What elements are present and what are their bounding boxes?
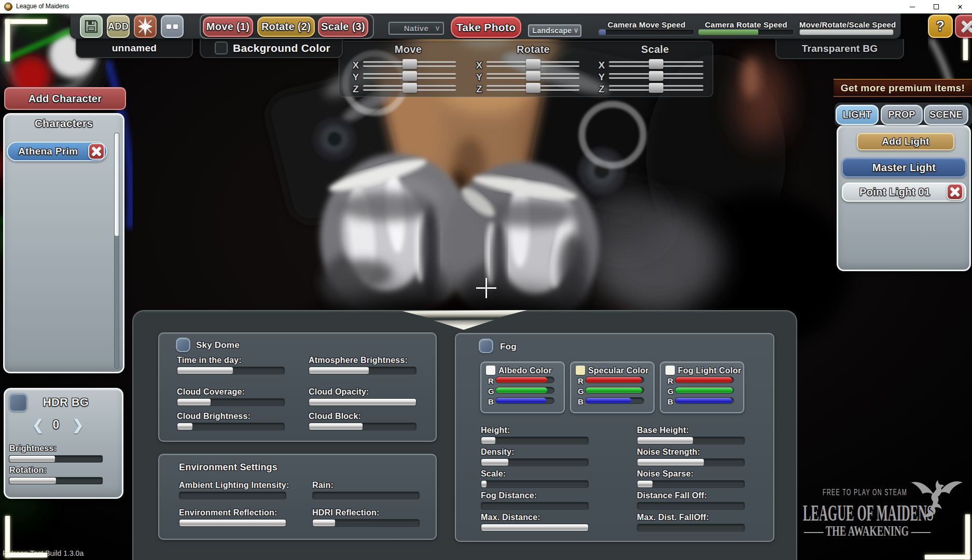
albedo-color-swatch[interactable] [486,366,495,375]
scene-name-field[interactable]: unnamed [76,39,193,58]
layout-button[interactable] [161,15,184,38]
tab-light[interactable]: LIGHT [836,105,879,125]
gizmo-rotate-y-slider[interactable] [487,73,579,79]
slider-handle[interactable] [526,59,540,69]
fog-light-color-box: Fog Light ColorRGB [660,361,744,413]
window-minimize-button[interactable] [900,0,924,13]
tab-prop[interactable]: PROP [881,105,923,125]
albedo-color-b-slider[interactable] [495,397,554,404]
gizmo-move-z-slider[interactable] [363,85,456,91]
gizmo-rotate-x-slider[interactable] [487,61,579,67]
add-character-button[interactable]: Add Character [4,87,126,110]
slider-handle[interactable] [649,83,663,93]
gizmo-move-x-slider[interactable] [363,61,456,67]
panel-collapse-chevron[interactable] [399,306,530,333]
scrollbar-thumb[interactable] [115,133,119,236]
cloud-opacity-slider[interactable] [309,398,416,406]
hdri-reflection-slider[interactable] [312,519,420,527]
gizmo-scale-z-slider[interactable] [609,85,703,91]
take-photo-button[interactable]: Take Photo [451,17,521,38]
hdr-rotation-slider[interactable] [9,477,103,484]
premium-items-banner[interactable]: Get more premium items! [834,79,972,97]
hdr-bg-toggle[interactable] [9,393,27,412]
master-light-button[interactable]: Master Light [842,158,966,177]
hdr-next-button[interactable]: ❯ [72,417,84,433]
rotate-mode-button[interactable]: Rotate (2) [257,17,315,37]
fog-toggle[interactable] [479,339,493,353]
time-in-the-day-slider[interactable] [177,367,285,374]
slider-fill [313,520,335,526]
specular-color-swatch[interactable] [576,366,585,375]
max-dist-falloff-slider[interactable] [637,524,745,531]
fog-distance-slider[interactable] [481,502,589,510]
flare-button[interactable] [134,15,157,38]
environment-reflection-slider[interactable] [179,519,286,527]
ambient-lighting-intensity-slider[interactable] [179,492,286,499]
exit-photo-mode-button[interactable] [955,15,972,38]
slider-handle[interactable] [649,71,663,81]
mrs-speed-slider[interactable] [799,29,894,35]
crosshair-icon [485,278,487,298]
specular-color-g-slider[interactable] [585,387,644,394]
noise-strength-slider[interactable] [637,458,745,466]
rain-slider[interactable] [312,492,420,499]
distance-fall-off-slider[interactable] [637,502,745,510]
max-distance-slider[interactable] [481,524,589,531]
slider-handle[interactable] [526,71,540,81]
character-list-item[interactable]: Athena Prim [7,142,107,161]
gizmo-scale-x-slider[interactable] [609,61,703,67]
cloud-block-slider[interactable] [309,423,416,430]
slider-handle[interactable] [402,59,417,69]
fog-light-color-r-slider[interactable] [675,376,734,383]
height-slider[interactable] [481,437,589,444]
hdr-brightness-slider[interactable] [9,455,103,463]
slider-handle[interactable] [402,83,417,93]
specular-color-r-slider[interactable] [585,376,644,383]
characters-scrollbar[interactable] [114,133,119,369]
time-in-the-day-label: Time in the day: [177,356,242,365]
fog-light-color-swatch[interactable] [665,366,675,375]
cloud-brightness-slider[interactable] [177,423,285,430]
slider-handle[interactable] [526,83,540,93]
density-slider[interactable] [481,458,589,466]
light-list-item[interactable]: Point Light 01 [842,183,966,202]
hdr-prev-button[interactable]: ❮ [32,417,44,433]
sky-dome-toggle[interactable] [176,338,190,352]
add-light-button[interactable]: Add Light [857,133,954,150]
environment-reflection-label: Environment Reflection: [179,508,277,517]
scale-mode-button[interactable]: Scale (3) [318,17,368,37]
fog-light-color-g-slider[interactable] [675,387,734,394]
noise-sparse-slider[interactable] [637,480,745,488]
window-close-button[interactable]: ✕ [948,0,972,13]
transparent-bg-button[interactable]: Transparent BG [775,39,904,59]
tab-scene[interactable]: SCENE [924,105,968,125]
slider-handle[interactable] [402,71,417,81]
scale-slider[interactable] [481,480,589,488]
orientation-dropdown[interactable]: Landscape V [528,24,581,37]
slider-handle[interactable] [649,59,663,69]
move-mode-button[interactable]: Move (1) [203,17,253,37]
add-button[interactable]: ADD [107,15,130,38]
resolution-dropdown[interactable]: Native V [388,22,444,35]
gizmo-scale-y-slider[interactable] [609,73,703,79]
delete-light-button[interactable] [947,184,963,200]
gizmo-move-y-slider[interactable] [363,73,456,79]
gizmo-rotate-z-slider[interactable] [487,85,579,91]
cloud-coverage-slider[interactable] [177,398,285,406]
window-maximize-button[interactable] [924,0,948,13]
camera-rotate-speed-slider[interactable] [698,29,794,35]
window-title: League of Maidens [16,3,69,10]
albedo-color-g-slider[interactable] [495,387,554,394]
close-x-icon [961,20,972,33]
specular-color-b-slider[interactable] [585,397,644,404]
fog-light-color-b-slider[interactable] [675,397,734,404]
delete-character-button[interactable] [88,143,105,160]
close-x-icon [92,147,101,156]
albedo-color-r-slider[interactable] [495,376,554,383]
base-height-slider[interactable] [637,437,745,444]
help-button[interactable]: ? [928,15,953,38]
camera-move-speed-slider[interactable] [599,29,695,35]
atmosphere-brightness-slider[interactable] [309,367,416,374]
save-button[interactable] [80,15,103,38]
background-color-checkbox[interactable] [215,41,228,54]
